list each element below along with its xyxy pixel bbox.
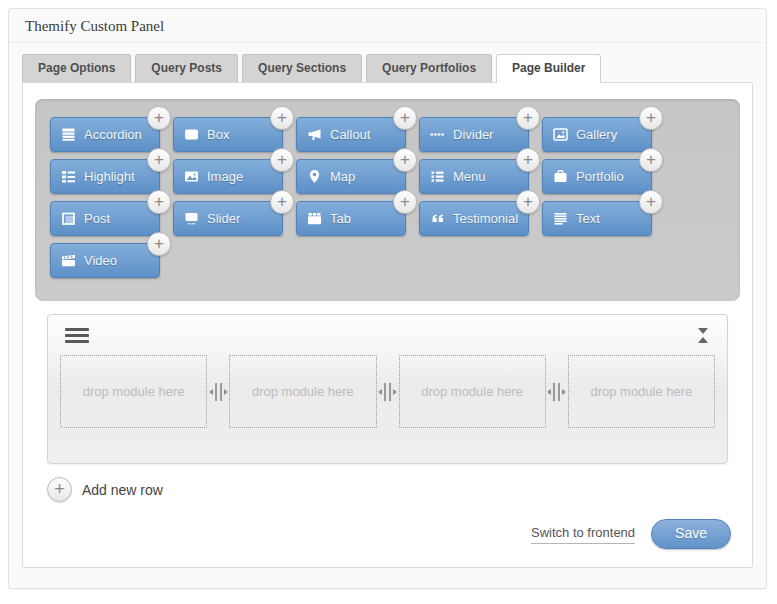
portfolio-icon xyxy=(553,169,568,184)
footer-actions: Switch to frontend Save xyxy=(23,519,731,549)
box-icon xyxy=(184,127,199,142)
add-module-plus-icon[interactable]: + xyxy=(639,190,663,214)
module-button-gallery[interactable]: Gallery+ xyxy=(542,117,652,152)
dropzone-4[interactable]: drop module here xyxy=(568,355,715,428)
add-new-row-button[interactable]: + Add new row xyxy=(47,477,163,502)
module-button-map[interactable]: Map+ xyxy=(296,159,406,194)
tab-icon xyxy=(307,211,322,226)
dropzone-3[interactable]: drop module here xyxy=(399,355,546,428)
row-drag-handle-icon[interactable] xyxy=(65,328,89,343)
module-label: Slider xyxy=(207,211,240,226)
add-module-plus-icon[interactable]: + xyxy=(270,106,294,130)
highlight-icon xyxy=(61,169,76,184)
add-module-plus-icon[interactable]: + xyxy=(393,148,417,172)
module-button-box[interactable]: Box+ xyxy=(173,117,283,152)
gallery-icon xyxy=(553,127,568,142)
plus-icon[interactable]: + xyxy=(47,477,72,502)
callout-icon xyxy=(307,127,322,142)
add-module-plus-icon[interactable]: + xyxy=(393,190,417,214)
tab-bar: Page OptionsQuery PostsQuery SectionsQue… xyxy=(22,54,766,82)
add-module-plus-icon[interactable]: + xyxy=(516,148,540,172)
image-icon xyxy=(184,169,199,184)
dropzone-1[interactable]: drop module here xyxy=(60,355,207,428)
add-module-plus-icon[interactable]: + xyxy=(147,148,171,172)
slider-icon xyxy=(184,211,199,226)
testimonial-icon xyxy=(430,211,445,226)
tab-page-options[interactable]: Page Options xyxy=(22,54,131,82)
module-label: Video xyxy=(84,253,117,268)
module-list: Accordion+Box+Callout+Divider+Gallery+Hi… xyxy=(50,117,740,285)
tab-query-portfolios[interactable]: Query Portfolios xyxy=(366,54,492,82)
menu-icon xyxy=(430,169,445,184)
module-label: Divider xyxy=(453,127,493,142)
module-label: Gallery xyxy=(576,127,617,142)
builder-row: drop module heredrop module heredrop mod… xyxy=(47,314,728,464)
module-label: Text xyxy=(576,211,600,226)
module-button-image[interactable]: Image+ xyxy=(173,159,283,194)
text-icon xyxy=(553,211,568,226)
module-label: Accordion xyxy=(84,127,142,142)
add-module-plus-icon[interactable]: + xyxy=(639,148,663,172)
tab-query-sections[interactable]: Query Sections xyxy=(242,54,362,82)
video-icon xyxy=(61,253,76,268)
tab-query-posts[interactable]: Query Posts xyxy=(135,54,238,82)
column-resize-handle-icon[interactable] xyxy=(207,355,229,428)
map-icon xyxy=(307,169,322,184)
save-button[interactable]: Save xyxy=(651,519,731,549)
builder-row-header xyxy=(60,315,715,355)
module-button-highlight[interactable]: Highlight+ xyxy=(50,159,160,194)
module-button-post[interactable]: Post+ xyxy=(50,201,160,236)
module-label: Post xyxy=(84,211,110,226)
module-button-video[interactable]: Video+ xyxy=(50,243,160,278)
module-label: Highlight xyxy=(84,169,135,184)
module-label: Map xyxy=(330,169,355,184)
module-label: Testimonial xyxy=(453,211,518,226)
add-module-plus-icon[interactable]: + xyxy=(516,106,540,130)
add-module-plus-icon[interactable]: + xyxy=(393,106,417,130)
add-module-plus-icon[interactable]: + xyxy=(639,106,663,130)
module-button-menu[interactable]: Menu+ xyxy=(419,159,529,194)
add-module-plus-icon[interactable]: + xyxy=(147,190,171,214)
module-button-text[interactable]: Text+ xyxy=(542,201,652,236)
add-new-row-label: Add new row xyxy=(82,482,163,498)
tab-page-builder[interactable]: Page Builder xyxy=(496,54,601,83)
themify-custom-panel: Themify Custom Panel Page OptionsQuery P… xyxy=(8,8,767,589)
module-button-tab[interactable]: Tab+ xyxy=(296,201,406,236)
module-button-portfolio[interactable]: Portfolio+ xyxy=(542,159,652,194)
post-icon xyxy=(61,211,76,226)
add-module-plus-icon[interactable]: + xyxy=(147,232,171,256)
module-label: Callout xyxy=(330,127,370,142)
add-module-plus-icon[interactable]: + xyxy=(270,148,294,172)
switch-to-frontend-link[interactable]: Switch to frontend xyxy=(531,525,635,544)
divider-icon xyxy=(430,127,445,142)
module-button-accordion[interactable]: Accordion+ xyxy=(50,117,160,152)
add-module-plus-icon[interactable]: + xyxy=(516,190,540,214)
module-label: Box xyxy=(207,127,229,142)
dropzone-2[interactable]: drop module here xyxy=(229,355,376,428)
add-module-plus-icon[interactable]: + xyxy=(270,190,294,214)
module-button-divider[interactable]: Divider+ xyxy=(419,117,529,152)
column-resize-handle-icon[interactable] xyxy=(546,355,568,428)
add-module-plus-icon[interactable]: + xyxy=(147,106,171,130)
column-resize-handle-icon[interactable] xyxy=(377,355,399,428)
dropzone-grid: drop module heredrop module heredrop mod… xyxy=(60,355,715,428)
accordion-icon xyxy=(61,127,76,142)
row-collapse-icon[interactable] xyxy=(696,326,710,345)
module-label: Portfolio xyxy=(576,169,624,184)
module-button-slider[interactable]: Slider+ xyxy=(173,201,283,236)
module-button-testimonial[interactable]: Testimonial+ xyxy=(419,201,529,236)
panel-title: Themify Custom Panel xyxy=(9,9,766,43)
page-builder-tab-content: Accordion+Box+Callout+Divider+Gallery+Hi… xyxy=(22,82,753,568)
module-button-callout[interactable]: Callout+ xyxy=(296,117,406,152)
module-label: Tab xyxy=(330,211,351,226)
module-label: Image xyxy=(207,169,243,184)
module-label: Menu xyxy=(453,169,486,184)
module-palette: Accordion+Box+Callout+Divider+Gallery+Hi… xyxy=(35,99,740,301)
